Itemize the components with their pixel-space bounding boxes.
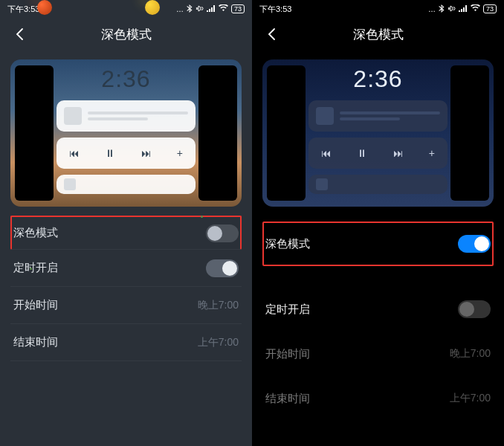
notification-widget xyxy=(308,100,448,132)
preview-card: 2:36 ⏮ ⏸ ⏭ + xyxy=(262,59,494,207)
small-app-icon xyxy=(316,178,328,190)
mute-icon xyxy=(448,4,456,14)
row-label: 深色模式 xyxy=(13,226,58,240)
preview-clock: 2:36 xyxy=(353,65,402,93)
screenshot-right: 下午3:53 … 73 深色模式 2:36 xyxy=(252,0,504,446)
wifi-icon xyxy=(219,4,228,13)
schedule-toggle[interactable] xyxy=(206,259,239,277)
signal-icon xyxy=(207,5,216,13)
chevron-left-icon xyxy=(268,28,275,40)
row-schedule[interactable]: 定时开启 xyxy=(262,287,494,332)
side-phone-frame xyxy=(450,65,489,201)
bluetooth-icon xyxy=(439,4,445,14)
chevron-left-icon xyxy=(16,28,23,40)
toggle-knob xyxy=(474,236,489,251)
battery-indicator: 73 xyxy=(231,4,245,13)
small-widget xyxy=(56,175,196,194)
preview-card: 2:36 ⏮ ⏸ ⏭ + xyxy=(10,59,242,207)
preview-content: 2:36 ⏮ ⏸ ⏭ + xyxy=(308,59,448,207)
dark-mode-toggle[interactable] xyxy=(206,224,239,242)
row-schedule[interactable]: 定时开启 xyxy=(10,250,242,287)
spacer xyxy=(262,266,494,287)
side-phone-frame xyxy=(198,65,237,201)
schedule-toggle[interactable] xyxy=(458,300,491,318)
preview-content: 2:36 ⏮ ⏸ ⏭ + xyxy=(56,59,196,207)
notif-text xyxy=(340,112,440,120)
row-label: 结束时间 xyxy=(265,392,310,406)
status-icons: … 73 xyxy=(176,4,245,14)
next-icon: ⏭ xyxy=(141,147,152,159)
line xyxy=(340,117,400,120)
back-button[interactable] xyxy=(10,25,28,43)
bluetooth-icon xyxy=(187,4,193,14)
row-end-time[interactable]: 结束时间 上午7:00 xyxy=(262,376,494,421)
row-value: 上午7:00 xyxy=(198,336,239,349)
pause-icon: ⏸ xyxy=(357,147,367,159)
line xyxy=(88,117,148,120)
row-label: 深色模式 xyxy=(265,237,310,251)
notif-app-icon xyxy=(64,107,82,125)
header: 深色模式 xyxy=(252,18,504,51)
row-value: 上午7:00 xyxy=(450,392,491,405)
row-label: 开始时间 xyxy=(13,298,58,312)
more-icon: … xyxy=(428,5,436,13)
status-bar: 下午3:53 … 73 xyxy=(0,0,252,18)
small-widget xyxy=(308,175,448,194)
side-phone-frame xyxy=(15,65,54,201)
line xyxy=(88,112,188,114)
small-app-icon xyxy=(64,178,76,190)
plus-icon: + xyxy=(177,147,183,159)
row-label: 定时开启 xyxy=(13,261,58,275)
plus-icon: + xyxy=(429,147,435,159)
row-label: 开始时间 xyxy=(265,347,310,361)
side-phone-frame xyxy=(267,65,306,201)
row-label: 定时开启 xyxy=(265,303,310,317)
toggle-knob xyxy=(207,226,222,241)
next-icon: ⏭ xyxy=(393,147,404,159)
page-title: 深色模式 xyxy=(101,26,152,43)
mute-icon xyxy=(196,4,204,14)
row-start-time[interactable]: 开始时间 晚上7:00 xyxy=(262,332,494,376)
row-dark-mode[interactable]: 深色模式 xyxy=(262,222,494,266)
player-widget: ⏮ ⏸ ⏭ + xyxy=(56,138,196,169)
signal-icon xyxy=(459,5,468,13)
settings-list: 深色模式 定时开启 开始时间 晚上7:00 结束时间 上午7:00 xyxy=(0,216,252,361)
dark-mode-toggle[interactable] xyxy=(458,235,491,253)
preview-clock: 2:36 xyxy=(101,65,150,93)
back-button[interactable] xyxy=(262,25,280,43)
status-bar: 下午3:53 … 73 xyxy=(252,0,504,18)
prev-icon: ⏮ xyxy=(69,147,80,159)
row-start-time[interactable]: 开始时间 晚上7:00 xyxy=(10,287,242,324)
wifi-icon xyxy=(471,4,480,13)
screenshot-left: 下午3:53 … 73 深色模式 2:36 xyxy=(0,0,252,446)
line xyxy=(340,112,440,114)
row-value: 晚上7:00 xyxy=(198,299,239,312)
status-time: 下午3:53 xyxy=(7,4,39,15)
notif-text xyxy=(88,112,188,120)
row-label: 结束时间 xyxy=(13,335,58,349)
status-icons: … 73 xyxy=(428,4,497,14)
toggle-knob xyxy=(222,261,237,276)
row-dark-mode[interactable]: 深色模式 xyxy=(10,216,242,250)
pause-icon: ⏸ xyxy=(105,147,115,159)
settings-list: 深色模式 定时开启 开始时间 晚上7:00 结束时间 上午7:00 xyxy=(252,222,504,421)
battery-indicator: 73 xyxy=(483,4,497,13)
prev-icon: ⏮ xyxy=(321,147,332,159)
row-end-time[interactable]: 结束时间 上午7:00 xyxy=(10,324,242,361)
notif-app-icon xyxy=(316,107,334,125)
toggle-knob xyxy=(459,302,474,317)
row-value: 晚上7:00 xyxy=(450,347,491,361)
header: 深色模式 xyxy=(0,18,252,51)
page-title: 深色模式 xyxy=(353,26,404,43)
player-widget: ⏮ ⏸ ⏭ + xyxy=(308,138,448,169)
notification-widget xyxy=(56,100,196,132)
more-icon: … xyxy=(176,5,184,13)
status-time: 下午3:53 xyxy=(259,4,291,15)
